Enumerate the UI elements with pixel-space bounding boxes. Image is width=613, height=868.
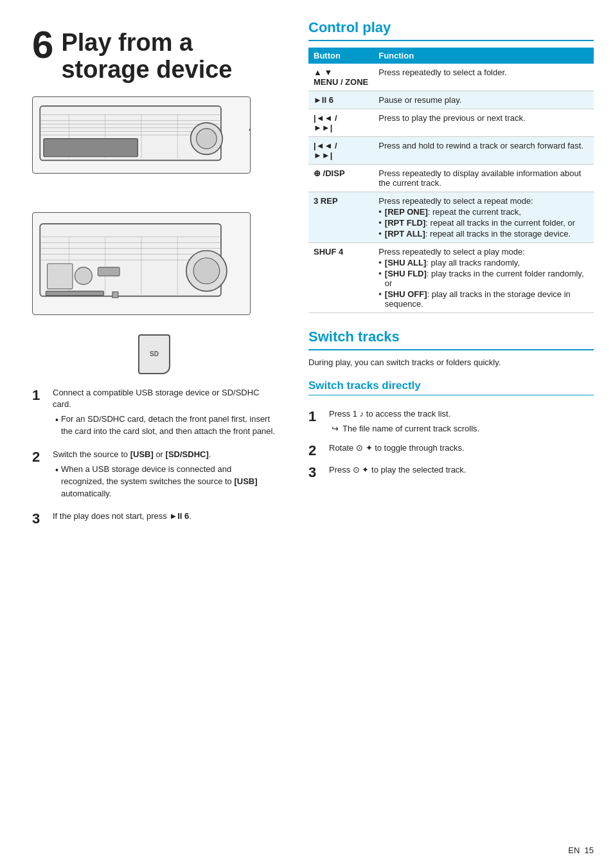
table-cell-function: Press repeatedly to select a play mode:•… xyxy=(373,243,594,313)
page-number: EN 15 xyxy=(568,845,594,855)
switch-step-3: 3 Press ⊙ ✦ to play the selected track. xyxy=(308,464,594,481)
switch-steps-list: 1 Press 1 ♪ to access the track list. ↪ … xyxy=(308,408,594,481)
chapter-number: 6 xyxy=(32,26,53,64)
step-1-sub-1: • For an SD/SDHC card, detach the front … xyxy=(55,413,276,438)
right-column: Control play Button Function ▲ ▼MENU / Z… xyxy=(296,0,613,868)
device-image-1: USB ▲ xyxy=(32,96,251,174)
device-image-wrapper-1: USB ▲ xyxy=(32,96,276,174)
svg-point-29 xyxy=(193,258,220,284)
step-2-sub-1: • When a USB storage device is connected… xyxy=(55,464,276,500)
col-button: Button xyxy=(308,48,373,64)
sd-card-icon: SD xyxy=(32,334,276,374)
device-image-wrapper-2: ▲ xyxy=(32,212,276,315)
svg-rect-30 xyxy=(112,292,118,298)
device-image-2: ▲ xyxy=(32,212,251,315)
table-row: SHUF 4Press repeatedly to select a play … xyxy=(308,243,594,313)
svg-rect-11 xyxy=(44,138,138,156)
switch-tracks-text: During play, you can switch tracks or fo… xyxy=(308,357,594,369)
chapter-title: Play from a storage device xyxy=(61,30,232,84)
svg-point-25 xyxy=(75,267,92,284)
step-3: 3 If the play does not start, press ►II … xyxy=(32,511,276,527)
control-play-title: Control play xyxy=(308,19,594,41)
svg-rect-24 xyxy=(48,264,73,289)
table-cell-function: Press repeatedly to select a repeat mode… xyxy=(373,192,594,243)
table-header-row: Button Function xyxy=(308,48,594,64)
step-2: 2 Switch the source to [USB] or [SD/SDHC… xyxy=(32,449,276,502)
table-cell-button: |◄◄ /►►| xyxy=(308,137,373,165)
steps-list: 1 Connect a compatible USB storage devic… xyxy=(32,387,276,528)
table-cell-function: Press to play the previous or next track… xyxy=(373,109,594,137)
table-cell-button: 3 REP xyxy=(308,192,373,243)
chapter-header: 6 Play from a storage device xyxy=(32,26,276,84)
table-row: |◄◄ /►►|Press to play the previous or ne… xyxy=(308,109,594,137)
table-cell-button: ►II 6 xyxy=(308,91,373,109)
table-cell-function: Press and hold to rewind a track or sear… xyxy=(373,137,594,165)
table-row: ▲ ▼MENU / ZONEPress repeatedly to select… xyxy=(308,64,594,91)
table-cell-button: SHUF 4 xyxy=(308,243,373,313)
switch-tracks-title: Switch tracks xyxy=(308,329,594,350)
col-function: Function xyxy=(373,48,594,64)
table-row: |◄◄ /►►|Press and hold to rewind a track… xyxy=(308,137,594,165)
table-cell-function: Pause or resume play. xyxy=(373,91,594,109)
switch-step-1: 1 Press 1 ♪ to access the track list. ↪ … xyxy=(308,408,594,437)
table-row: ⊕ /DISPPress repeatedly to display avail… xyxy=(308,165,594,192)
svg-rect-26 xyxy=(98,267,120,276)
table-cell-button: ▲ ▼MENU / ZONE xyxy=(308,64,373,91)
table-cell-button: ⊕ /DISP xyxy=(308,165,373,192)
table-cell-function: Press repeatedly to select a folder. xyxy=(373,64,594,91)
switch-step-2: 2 Rotate ⊙ ✦ to toggle through tracks. xyxy=(308,442,594,459)
svg-point-13 xyxy=(197,128,217,149)
control-table: Button Function ▲ ▼MENU / ZONEPress repe… xyxy=(308,48,594,313)
svg-rect-27 xyxy=(46,291,103,295)
left-column: 6 Play from a storage device xyxy=(0,0,296,868)
switch-tracks-section: Switch tracks During play, you can switc… xyxy=(308,329,594,481)
table-cell-function: Press repeatedly to display available in… xyxy=(373,165,594,192)
step-1: 1 Connect a compatible USB storage devic… xyxy=(32,387,276,440)
table-row: ►II 6Pause or resume play. xyxy=(308,91,594,109)
switch-step-1-sub: ↪ The file name of current track scrolls… xyxy=(332,423,594,435)
table-row: 3 REPPress repeatedly to select a repeat… xyxy=(308,192,594,243)
table-cell-button: |◄◄ /►►| xyxy=(308,109,373,137)
switch-tracks-directly-title: Switch tracks directly xyxy=(308,379,594,395)
